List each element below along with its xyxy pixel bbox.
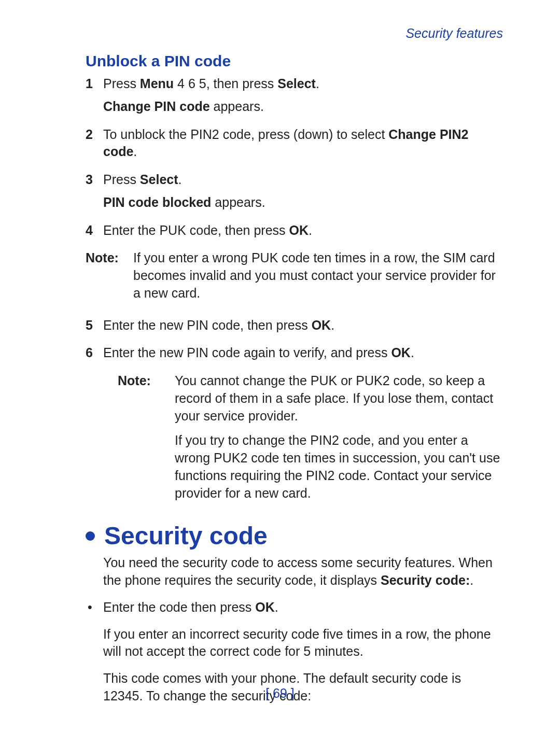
step-5: 5 Enter the new PIN code, then press OK. (86, 317, 503, 340)
step-text: Enter the new PIN code again to verify, … (103, 344, 503, 362)
step-4: 4 Enter the PUK code, then press OK. (86, 222, 503, 245)
note-text: You cannot change the PUK or PUK2 code, … (175, 372, 503, 509)
step-6: 6 Enter the new PIN code again to verify… (86, 344, 503, 367)
note-label: Note: (118, 372, 175, 509)
note-label: Note: (86, 249, 133, 309)
steps-block-2: 5 Enter the new PIN code, then press OK.… (86, 317, 503, 368)
section-bullet: Enter the code then press OK. (86, 599, 503, 616)
note-1: Note: If you enter a wrong PUK code ten … (86, 249, 503, 309)
step-number: 6 (86, 344, 103, 367)
step-text: To unblock the PIN2 code, press (down) t… (103, 126, 503, 161)
step-1: 1 Press Menu 4 6 5, then press Select. C… (86, 75, 503, 121)
note-2: Note: You cannot change the PUK or PUK2 … (118, 372, 503, 509)
manual-page: Security features Unblock a PIN code 1 P… (0, 0, 560, 732)
step-number: 2 (86, 126, 103, 166)
subheading-unblock-pin: Unblock a PIN code (86, 52, 503, 70)
step-number: 3 (86, 171, 103, 217)
step-2: 2 To unblock the PIN2 code, press (down)… (86, 126, 503, 166)
step-text: Press Menu 4 6 5, then press Select. (103, 75, 503, 93)
step-number: 4 (86, 222, 103, 245)
section-paragraph: You need the security code to access som… (103, 554, 503, 589)
step-text: Enter the PUK code, then press OK. (103, 222, 503, 240)
step-text: PIN code blocked appears. (103, 194, 503, 212)
step-text: Enter the new PIN code, then press OK. (103, 317, 503, 334)
heading-bullet-icon (86, 531, 95, 541)
section-paragraph: If you enter an incorrect security code … (103, 626, 503, 661)
section-heading-security-code: Security code (86, 522, 503, 550)
step-text: Press Select. (103, 171, 503, 189)
step-3: 3 Press Select. PIN code blocked appears… (86, 171, 503, 217)
step-text: Change PIN code appears. (103, 98, 503, 116)
step-number: 1 (86, 75, 103, 121)
breadcrumb: Security features (86, 26, 503, 41)
note-text: If you enter a wrong PUK code ten times … (133, 249, 503, 309)
steps-block-1: 1 Press Menu 4 6 5, then press Select. C… (86, 75, 503, 244)
step-number: 5 (86, 317, 103, 340)
page-number: [ 69 ] (0, 686, 560, 701)
